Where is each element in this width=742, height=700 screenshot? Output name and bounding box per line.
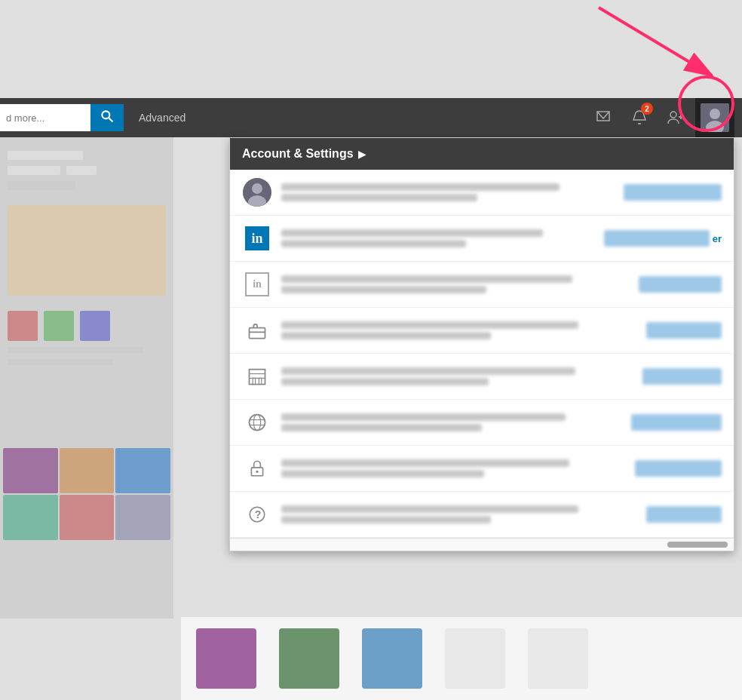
row-action: er [604,230,722,247]
list-item[interactable]: in er [230,216,734,262]
add-person-icon [667,109,685,127]
svg-point-22 [250,415,265,431]
blurred-text [281,194,477,201]
search-icon [100,109,115,127]
bottom-content [181,617,742,700]
dropdown-header-arrow: ▶ [358,148,366,160]
notifications-button[interactable]: 2 [623,98,656,137]
row-icon [242,407,272,438]
add-connection-button[interactable] [659,98,692,137]
blurred-text [281,286,486,293]
notification-badge: 2 [641,103,653,115]
svg-line-1 [109,118,113,121]
row-content [281,413,616,431]
bottom-item [445,628,505,689]
row-icon: ? [242,499,272,530]
row-action [642,368,722,385]
row-content [281,229,589,247]
lock-icon [247,459,267,478]
blurred-text [281,378,489,385]
help-icon: ? [247,505,267,524]
action-pill [631,414,722,431]
row-action [646,506,722,523]
row-content [281,505,631,523]
svg-point-4 [670,112,676,118]
row-content [281,459,620,477]
svg-point-8 [710,109,720,119]
list-item[interactable] [230,170,734,216]
blurred-text [281,413,566,421]
left-sidebar-bg [0,106,173,619]
bottom-item [362,628,422,689]
row-content [281,367,627,385]
svg-rect-15 [250,328,265,339]
blurred-text [281,183,560,191]
blurred-text [281,229,543,237]
blurred-text [281,275,572,283]
nav-icons: 2 [587,98,734,137]
svg-point-27 [256,471,258,473]
svg-point-13 [252,183,262,194]
blurred-text [281,240,466,247]
row-content [281,321,631,339]
action-pill [604,230,710,247]
building-icon [247,366,268,387]
blurred-text [281,321,578,329]
messages-button[interactable] [587,98,620,137]
svg-rect-17 [250,370,265,385]
dropdown-scrollbar[interactable] [230,538,734,551]
list-item[interactable]: ? [230,492,734,538]
action-pill [624,184,722,201]
search-area [0,104,124,131]
avatar [243,178,271,207]
row-action [639,276,722,293]
svg-text:?: ? [255,508,262,520]
row-action [635,460,722,477]
row-icon: in [242,223,272,253]
briefcase-icon [247,320,268,341]
row-action [624,184,722,201]
svg-rect-20 [253,378,256,384]
list-item[interactable] [230,446,734,492]
row-icon [242,315,272,345]
avatar [701,103,729,132]
list-item[interactable] [230,308,734,354]
row-action [646,322,722,339]
action-pill [646,322,722,339]
action-pill [635,460,722,477]
blurred-text [281,505,578,513]
row-action [631,414,722,431]
navbar: Advanced 2 [0,98,742,137]
blurred-text [281,516,491,523]
account-settings-dropdown: Account & Settings ▶ in [229,137,734,551]
scrollbar-thumb[interactable] [667,542,728,548]
advanced-button[interactable]: Advanced [124,112,201,124]
svg-rect-21 [259,378,262,384]
bottom-item [528,628,588,689]
search-input[interactable] [6,112,84,124]
list-item[interactable] [230,400,734,446]
action-suffix: er [713,233,722,244]
linkedin-gray-icon: in [245,272,269,296]
svg-point-23 [253,415,260,431]
dropdown-header-text: Account & Settings [242,147,354,161]
list-item[interactable] [230,354,734,400]
row-content [281,183,609,201]
globe-icon [247,412,268,433]
blurred-text [281,367,575,375]
profile-menu-button[interactable] [695,98,734,137]
bottom-item [279,628,339,689]
blurred-text [281,424,482,431]
list-item[interactable]: in [230,262,734,308]
action-pill [646,506,722,523]
action-pill [639,276,722,293]
dropdown-header[interactable]: Account & Settings ▶ [230,138,734,170]
action-pill [642,368,722,385]
mail-icon [594,109,612,127]
row-icon: in [242,269,272,299]
blurred-text [281,459,569,467]
search-button[interactable] [90,104,124,131]
bottom-item [196,628,256,689]
blurred-text [281,332,491,339]
svg-point-0 [102,111,109,118]
